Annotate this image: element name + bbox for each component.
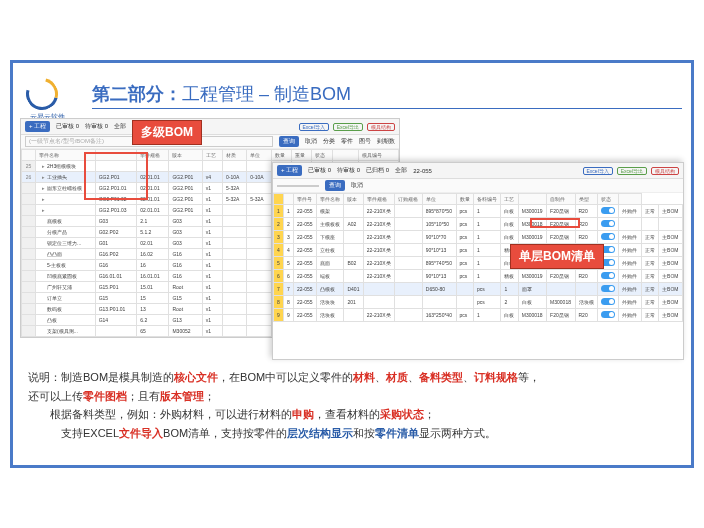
btn-excel-export[interactable]: Excel导出 bbox=[333, 123, 363, 131]
page-title: 第二部分：工程管理 – 制造BOM bbox=[92, 82, 351, 106]
search-input[interactable] bbox=[277, 185, 319, 187]
tab-project[interactable]: + 工程 bbox=[25, 121, 50, 132]
highlight-box-list bbox=[530, 218, 580, 228]
toggle-auto[interactable] bbox=[601, 233, 615, 240]
table-row[interactable]: 4422-055立柱板22-210X类90*10*13pcs1精板M300019… bbox=[274, 244, 683, 257]
toolbar-primary-2: + 工程 已审核 0 待审核 0 已归档 0 全部 22-055 Excel导入… bbox=[273, 163, 683, 179]
btn-excel-import[interactable]: Excel导入 bbox=[299, 123, 329, 131]
toggle-auto[interactable] bbox=[601, 220, 615, 227]
toggle-auto[interactable] bbox=[601, 311, 615, 318]
btn-query[interactable]: 查询 bbox=[279, 136, 299, 147]
table-row[interactable]: 5522-055底面B0222-210X类895*740*50pcs1白板M30… bbox=[274, 257, 683, 270]
btn-cancel[interactable]: 取消 bbox=[351, 181, 363, 190]
description-text: 说明：制造BOM是模具制造的核心文件，在BOM中可以定义零件的材料、材质、备料类… bbox=[22, 364, 682, 447]
callout-single-bom: 单层BOM清单 bbox=[510, 244, 604, 269]
highlight-box-tree bbox=[84, 152, 148, 200]
tab-pending[interactable]: 待审核 0 bbox=[85, 122, 108, 131]
btn-mold-struct[interactable]: 模具结构 bbox=[367, 123, 395, 131]
table-row[interactable]: 8822-055活块块201pcs2白板M300018活块模外购件正常主BOM bbox=[274, 296, 683, 309]
btn-excel-import[interactable]: Excel导入 bbox=[583, 167, 613, 175]
tab-project[interactable]: + 工程 bbox=[277, 165, 302, 176]
table-row[interactable]: 9922-055活块板22-210X类163*250*40pcs1白板M3000… bbox=[274, 309, 683, 322]
table-row[interactable]: 2222-055主模板板A0222-210X类105*10*50pcs1白板M3… bbox=[274, 218, 683, 231]
table-row[interactable]: 3322-055下模座22-210X类90*10*70pcs1白板M300019… bbox=[274, 231, 683, 244]
btn-query[interactable]: 查询 bbox=[325, 180, 345, 191]
toggle-auto[interactable] bbox=[601, 272, 615, 279]
logo: 云易云软件 bbox=[26, 78, 68, 108]
table-row[interactable]: 6622-055端板22-210X类90*10*13pcs1精板M300019F… bbox=[274, 270, 683, 283]
btn-mold-struct[interactable]: 模具结构 bbox=[651, 167, 679, 175]
toggle-auto[interactable] bbox=[601, 207, 615, 214]
toolbar-secondary: (一级节点名/型号/BOM备注) 查询 取消 分类 零件 图号 到期数 bbox=[21, 135, 399, 149]
tab-all[interactable]: 全部 bbox=[114, 122, 126, 131]
toolbar-secondary-2: 查询 取消 bbox=[273, 179, 683, 193]
callout-multi-bom: 多级BOM bbox=[132, 120, 202, 145]
toggle-auto[interactable] bbox=[601, 298, 615, 305]
btn-cancel[interactable]: 取消 bbox=[305, 137, 317, 146]
tab-approved[interactable]: 已审核 0 bbox=[56, 122, 79, 131]
toolbar-primary: + 工程 已审核 0 待审核 0 全部 M12569 Excel导入 Excel… bbox=[21, 119, 399, 135]
screenshot-single-bom: + 工程 已审核 0 待审核 0 已归档 0 全部 22-055 Excel导入… bbox=[272, 162, 684, 360]
bom-list-table[interactable]: 零件号零件名称版本零件规格订购规格单位数量备料编号工艺自制件类型状态 1122-… bbox=[273, 193, 683, 322]
btn-excel-export[interactable]: Excel导出 bbox=[617, 167, 647, 175]
toggle-auto[interactable] bbox=[601, 285, 615, 292]
table-row[interactable]: 1122-055模架22-210X类895*870*50pcs1白板M30001… bbox=[274, 205, 683, 218]
title-underline bbox=[92, 108, 682, 109]
table-row[interactable]: 7722-055凸模板D401D650-80pcs1面罩外购件正常主BOM bbox=[274, 283, 683, 296]
